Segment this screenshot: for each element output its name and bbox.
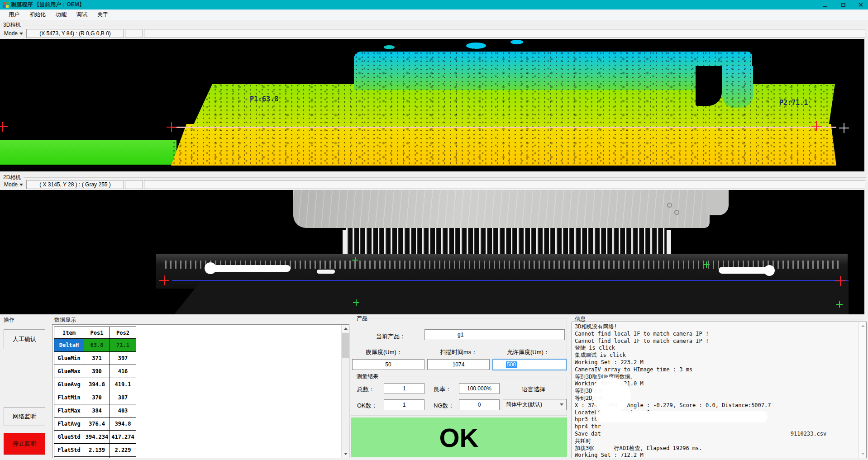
allow-thickness-label: 允许厚度(Um)： [507,348,549,356]
table-row[interactable]: DeltaH 63.8 71.1 [54,339,136,352]
language-dropdown[interactable]: 简体中文(默认) [503,399,567,410]
col-pos1: Pos1 [84,327,110,339]
p2-measure-label: P2:71.1 [779,99,808,107]
scan-time-label: 扫描时间ms： [440,348,477,356]
heightmap-blob-2 [510,40,523,44]
cam3d-mode-bar: Mode (X 5473, Y 84) : (R 0,G 0,B 0) [0,28,868,38]
manual-confirm-button[interactable]: 人工确认 [4,329,45,349]
measure-line-blue [172,280,849,281]
ok-count-input[interactable]: 1 [384,399,424,410]
cam2d-viewport[interactable] [0,190,864,314]
glue-blob-right [719,267,768,274]
crosshair-2d-left [159,275,169,285]
menu-user[interactable]: 用户 [4,9,24,20]
result-status-banner: OK [351,417,567,457]
crosshair-left-edge [0,122,8,132]
crosshair-p2 [811,121,821,131]
bottom-panel: 操作 人工确认 网络监听 停止监听 数据显示 Item Pos1 Pos2 De… [0,314,868,460]
menu-function[interactable]: 功能 [51,9,72,20]
data-display-section-label: 数据显示 [54,316,76,324]
stop-listen-button[interactable]: 停止监听 [4,433,45,455]
pcb-tab [706,190,729,215]
product-group: 产品 当前产品： g1 膜厚度(Um)： 扫描时间ms： 允许厚度(Um)： 5… [351,318,567,372]
green-cross-2 [703,261,710,268]
total-label: 总数： [357,385,375,394]
table-row[interactable]: FlatAvg 376.4 394.8 [54,417,136,431]
yield-input[interactable]: 100.000% [459,383,500,394]
network-listen-button[interactable]: 网络监听 [4,407,45,426]
chevron-down-icon [19,33,23,35]
data-display-list[interactable]: Item Pos1 Pos2 DeltaH 63.8 71.1 GlueMin … [52,324,349,458]
profile-line [172,127,836,128]
maximize-icon [841,3,845,7]
cam3d-mode-button[interactable]: Mode [3,29,24,38]
info-log[interactable]: 3D相机没有网络! Cannot find local IF to match … [572,322,867,458]
table-row[interactable]: GlueAvg 394.8 419.1 [54,378,136,391]
scan-time-input[interactable]: 1074 [427,359,490,370]
glue-blob-left [209,265,291,272]
cam3d-mode-box-3 [144,29,865,38]
film-thickness-input[interactable]: 50 [352,359,424,370]
measurement-table: Item Pos1 Pos2 DeltaH 63.8 71.1 GlueMin … [54,327,136,458]
connector-end-left [343,230,347,254]
ng-count-input[interactable]: 0 [459,399,500,410]
film-thickness-label: 膜厚度(Um)： [366,348,402,356]
crosshair-right-edge [839,123,849,133]
cam2d-mode-bar: Mode ( X 3145, Y 28 ) : ( Gray 255 ) [0,180,868,190]
glue-blob-right-cap [764,265,775,276]
heightmap-noise-overlay [171,47,836,165]
table-row[interactable]: GlueMax 390 416 [54,365,136,378]
menu-debug[interactable]: 调试 [72,9,92,20]
table-row[interactable]: GlueMin 371 397 [54,352,136,365]
app-icon [3,2,9,8]
info-group-line [588,319,866,319]
redaction-smudge [602,389,629,396]
green-cross-3 [353,299,359,306]
cam2d-mode-label: Mode [4,181,18,188]
info-log-scrollbar[interactable] [858,322,866,458]
data-display-scrollbar[interactable] [341,325,349,458]
window-title: 测膜程序 【当前用户：OEM】 [11,1,85,9]
green-cross-4 [836,301,843,308]
table-row[interactable]: FlatStd 2.139 2.229 [54,444,136,457]
total-input[interactable]: 1 [384,383,424,394]
menu-about[interactable]: 关于 [92,9,113,20]
cam3d-mode-label: Mode [4,30,18,37]
cam2d-pixel-readout: ( X 3145, Y 28 ) : ( Gray 255 ) [26,180,124,189]
language-select-label: 语言选择 [522,385,545,394]
table-row[interactable]: FlatMax 384 403 [54,404,136,417]
scroll-up-icon[interactable] [342,325,349,332]
cam3d-group-line [24,25,866,25]
application-window: 测膜程序 【当前用户：OEM】 用户 初始化 功能 调试 关于 3D相机 Mod… [0,0,868,460]
scroll-down-icon[interactable] [342,450,349,458]
col-item: Item [54,327,84,339]
yield-label: 良率： [434,385,451,394]
table-row[interactable]: GlueStd 394.234 417.274 [54,431,136,444]
ng-count-label: NG数： [434,402,454,410]
scroll-down-icon[interactable] [859,450,867,458]
cam2d-mode-button[interactable]: Mode [3,180,24,189]
cam3d-viewport[interactable]: P1:63.8 P2:71.1 [0,39,864,171]
glue-blob-small [317,270,335,274]
minimize-button[interactable] [818,0,832,9]
pcb-hole-2 [674,210,679,215]
connector-pins [346,228,668,256]
heightmap-left-strip [0,140,176,165]
close-button[interactable] [854,0,867,9]
pcb-board [293,190,710,228]
maximize-button[interactable] [836,0,850,9]
scroll-up-icon[interactable] [859,322,867,330]
scrollbar-thumb[interactable] [342,333,349,358]
col-pos2: Pos2 [110,327,136,339]
pcb-hole-1 [667,203,672,208]
table-row[interactable]: FlatMin 370 387 [54,391,136,404]
table-row[interactable]: X 2583.5 7966.7 [54,457,136,458]
table-header-row: Item Pos1 Pos2 [54,327,136,339]
close-icon [858,2,863,7]
cam2d-mode-box-3 [144,180,865,189]
current-product-input[interactable]: g1 [424,329,565,340]
menu-initialize[interactable]: 初始化 [24,9,51,20]
allow-thickness-input[interactable]: 500 [492,359,567,370]
cam2d-group-line [24,177,866,178]
green-cross-1 [352,257,358,263]
